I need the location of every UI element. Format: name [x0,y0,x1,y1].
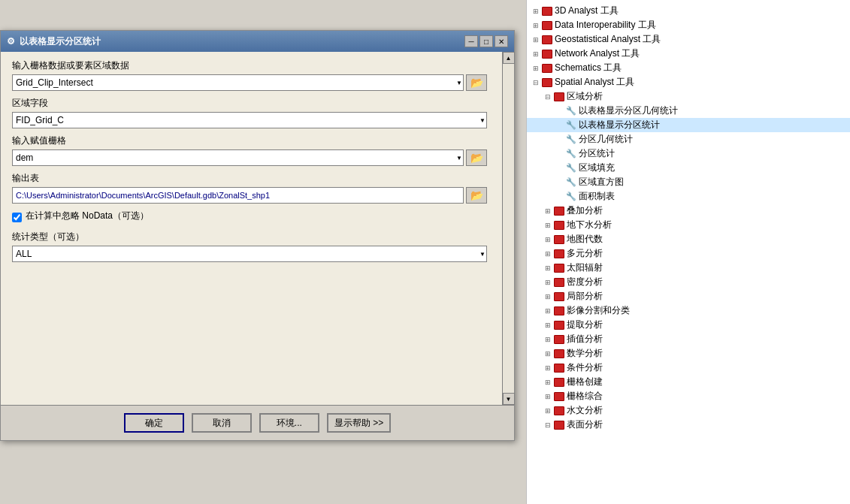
tree-item-zonal-geom-table[interactable]: 🔧以表格显示分区几何统计 [527,104,850,118]
tree-expand-icon-solar-radiation: ⊞ [543,263,553,273]
tree-expand-icon-surface-analysis: ⊟ [543,420,553,430]
book-icon-spatial-analyst [542,78,552,87]
wrench-icon-zonal-geom: 🔧 [566,134,576,145]
scroll-track[interactable] [503,64,514,393]
value-raster-select[interactable]: dem [12,149,464,166]
close-button[interactable]: ✕ [495,35,508,47]
tree-expand-icon-schematics: ⊞ [531,63,541,74]
tree-label-geostatistical: Geostatistical Analyst 工具 [555,33,661,46]
tree-item-geostatistical[interactable]: ⊞Geostatistical Analyst 工具 [527,32,850,47]
dialog-window: ⚙ 以表格显示分区统计 ─ □ ✕ 输入栅格数据或要素区域数据 [0,30,515,441]
ok-button[interactable]: 确定 [124,413,184,433]
tree-item-schematics[interactable]: ⊞Schematics 工具 [527,61,850,75]
title-icon: ⚙ [7,36,15,47]
dialog-title-text: 以表格显示分区统计 [20,35,101,48]
tree-item-zonal-stat-table[interactable]: 🔧以表格显示分区统计 [527,118,850,132]
book-icon-density-analysis [554,278,564,287]
tree-container: ⊞3D Analyst 工具⊞Data Interoperability 工具⊞… [527,4,850,432]
input-raster-label: 输入栅格数据或要素区域数据 [12,59,487,72]
book-icon-raster-combine [554,392,564,401]
tree-label-segmentation: 影像分割和分类 [567,304,630,317]
tree-item-zonal-histogram[interactable]: 🔧区域直方图 [527,175,850,189]
tree-item-interpolation[interactable]: ⊞插值分析 [527,332,850,346]
form-area: 输入栅格数据或要素区域数据 Grid_Clip_Intersect ▼ 📂 [1,52,502,405]
tree-item-density-analysis[interactable]: ⊞密度分析 [527,275,850,289]
stat-type-group: 统计类型（可选） ALL ▼ [12,231,487,262]
tree-item-zonal-stat[interactable]: 🔧分区统计 [527,146,850,161]
tree-item-hydrology[interactable]: ⊞水文分析 [527,403,850,418]
tree-label-3d-analyst: 3D Analyst 工具 [555,5,619,17]
input-raster-browse-button[interactable]: 📂 [466,74,487,91]
tree-label-conditional: 条件分析 [567,361,603,374]
input-raster-row: Grid_Clip_Intersect ▼ 📂 [12,74,487,91]
book-icon-surface-analysis [554,421,564,430]
book-icon-3d-analyst [542,7,552,16]
environment-button[interactable]: 环境... [259,413,319,433]
value-raster-browse-button[interactable]: 📂 [466,149,487,166]
book-icon-multivariate [554,249,564,258]
output-table-label: 输出表 [12,172,487,185]
tree-label-map-algebra: 地图代数 [567,233,603,246]
output-table-browse-button[interactable]: 📂 [466,187,487,204]
tree-item-data-interop[interactable]: ⊞Data Interoperability 工具 [527,18,850,32]
input-raster-select[interactable]: Grid_Clip_Intersect [12,74,464,91]
tree-item-groundwater[interactable]: ⊞地下水分析 [527,218,850,232]
tree-expand-icon-map-algebra: ⊞ [543,234,553,245]
zone-field-row: FID_Grid_C ▼ [12,112,487,128]
stat-type-select[interactable]: ALL [12,246,487,262]
tree-item-math-analysis[interactable]: ⊞数学分析 [527,346,850,361]
zone-field-select-wrapper: FID_Grid_C ▼ [12,112,487,128]
tree-label-raster-create: 栅格创建 [567,376,603,388]
tree-item-map-algebra[interactable]: ⊞地图代数 [527,232,850,246]
stat-type-row: ALL ▼ [12,246,487,262]
cancel-button[interactable]: 取消 [192,413,252,433]
tree-expand-icon-math-analysis: ⊞ [543,349,553,359]
tree-item-surface-analysis[interactable]: ⊟表面分析 [527,418,850,432]
wrench-icon-zonal-histogram: 🔧 [566,177,576,188]
tree-item-zonal-geom[interactable]: 🔧分区几何统计 [527,132,850,146]
scroll-down-arrow[interactable]: ▼ [503,393,515,405]
vertical-scrollbar[interactable]: ▲ ▼ [502,52,514,405]
tree-label-multivariate: 多元分析 [567,247,603,260]
tree-label-overlay-analysis: 叠加分析 [567,204,603,217]
tree-expand-icon-zonal-stat [555,149,565,159]
tree-item-local-analysis[interactable]: ⊞局部分析 [527,289,850,303]
tree-item-area-table[interactable]: 🔧面积制表 [527,189,850,204]
tree-item-overlay-analysis[interactable]: ⊞叠加分析 [527,204,850,218]
scroll-up-arrow[interactable]: ▲ [503,52,515,64]
nodata-checkbox[interactable] [12,213,22,222]
minimize-button[interactable]: ─ [464,35,478,47]
tree-expand-icon-zonal-geom [555,134,565,145]
tree-item-raster-create[interactable]: ⊞栅格创建 [527,375,850,389]
output-table-row: 📂 [12,187,487,204]
tree-item-zonal-analysis[interactable]: ⊟区域分析 [527,89,850,104]
tree-expand-icon-zonal-fill [555,163,565,174]
tree-item-spatial-analyst[interactable]: ⊟Spatial Analyst 工具 [527,75,850,89]
tree-item-segmentation[interactable]: ⊞影像分割和分类 [527,303,850,318]
book-icon-interpolation [554,335,564,344]
tree-expand-icon-interpolation: ⊞ [543,334,553,345]
maximize-button[interactable]: □ [479,35,493,47]
tree-label-zonal-fill: 区域填充 [579,161,615,174]
wrench-icon-zonal-stat: 🔧 [566,149,576,159]
book-icon-conditional [554,364,564,373]
output-table-input[interactable] [12,187,464,204]
tree-item-raster-combine[interactable]: ⊞栅格综合 [527,389,850,403]
tree-expand-icon-raster-combine: ⊞ [543,391,553,402]
tree-item-3d-analyst[interactable]: ⊞3D Analyst 工具 [527,4,850,18]
tree-label-schematics: Schematics 工具 [555,62,622,74]
tree-expand-icon-conditional: ⊞ [543,363,553,373]
tree-expand-icon-overlay-analysis: ⊞ [543,206,553,216]
tree-item-solar-radiation[interactable]: ⊞太阳辐射 [527,261,850,275]
tree-expand-icon-multivariate: ⊞ [543,249,553,259]
tree-item-zonal-fill[interactable]: 🔧区域填充 [527,161,850,175]
tree-item-network-analyst[interactable]: ⊞Network Analyst 工具 [527,47,850,61]
help-button[interactable]: 显示帮助 >> [327,413,391,433]
tree-label-surface-analysis: 表面分析 [567,418,603,431]
tree-item-conditional[interactable]: ⊞条件分析 [527,361,850,375]
zone-field-select[interactable]: FID_Grid_C [12,112,487,128]
tree-item-multivariate[interactable]: ⊞多元分析 [527,246,850,261]
tree-item-extraction[interactable]: ⊞提取分析 [527,318,850,332]
dialog-content: 输入栅格数据或要素区域数据 Grid_Clip_Intersect ▼ 📂 [1,52,498,276]
tree-label-zonal-analysis: 区域分析 [567,90,603,103]
